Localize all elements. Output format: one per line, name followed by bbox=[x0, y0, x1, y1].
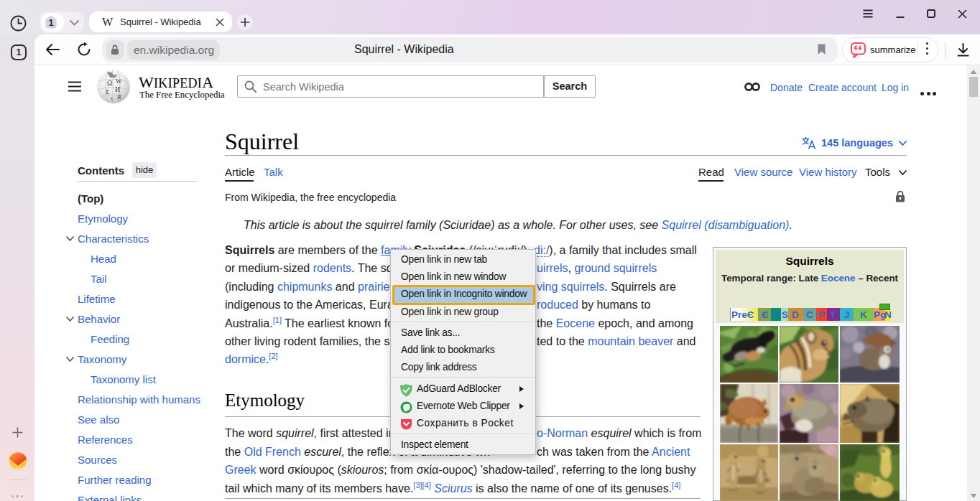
svg-text:Ω: Ω bbox=[107, 79, 112, 87]
svg-text:Σ: Σ bbox=[106, 88, 109, 95]
svg-text:W: W bbox=[116, 78, 122, 85]
svg-text:И: И bbox=[115, 85, 120, 93]
svg-text:Я: Я bbox=[117, 94, 121, 100]
